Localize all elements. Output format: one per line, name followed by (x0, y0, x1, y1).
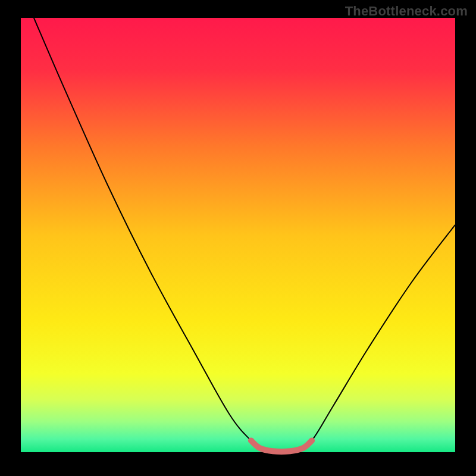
watermark-text: TheBottleneck.com (345, 4, 468, 19)
bottleneck-curve (34, 18, 455, 452)
plot-area (21, 18, 455, 458)
optimal-zone-highlight (251, 440, 312, 451)
chart-frame: TheBottleneck.com (0, 0, 476, 476)
chart-curves (21, 18, 455, 458)
